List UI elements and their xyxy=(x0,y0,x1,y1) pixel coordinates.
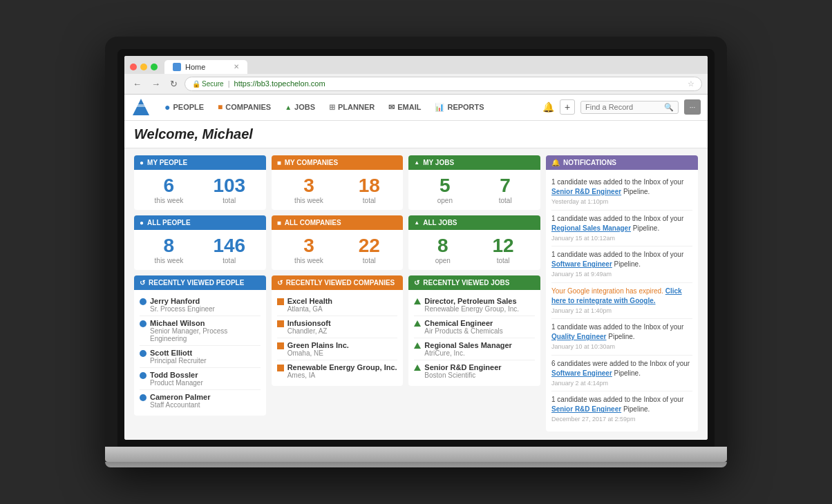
search-input[interactable] xyxy=(585,103,661,111)
main-content: Welcome, Michael ● MY PEOPLE xyxy=(124,121,708,440)
all-jobs-card: ▲ ALL JOBS 8 open 12 total xyxy=(408,215,540,270)
job-icon xyxy=(414,298,421,304)
close-control[interactable] xyxy=(130,64,137,70)
person-icon xyxy=(140,320,146,327)
list-item[interactable]: Regional Sales Manager AtriCure, Inc. xyxy=(414,338,535,360)
notification-item: 6 candidates were added to the Inbox of … xyxy=(551,356,692,392)
bookmark-icon[interactable]: ☆ xyxy=(688,79,694,88)
add-button[interactable]: + xyxy=(560,99,575,115)
person-icon xyxy=(140,298,146,305)
all-people-card: ● ALL PEOPLE 8 this week 146 to xyxy=(134,215,266,270)
list-item[interactable]: Excel Health Atlanta, GA xyxy=(277,294,398,316)
list-item[interactable]: Senior R&D Engineer Boston Scientific xyxy=(414,360,535,382)
list-item[interactable]: Jerry Hanford Sr. Process Engineer xyxy=(140,294,261,316)
nav-email[interactable]: ✉ EMAIL xyxy=(381,94,428,120)
list-item[interactable]: Green Plains Inc. Omaha, NE xyxy=(277,338,398,360)
nav-jobs[interactable]: ▲ JOBS xyxy=(278,94,322,120)
all-companies-total: 22 xyxy=(359,235,380,257)
bell-notifications-icon: 🔔 xyxy=(551,159,560,166)
my-jobs-card: ▲ MY JOBS 5 open 7 total xyxy=(408,155,540,210)
list-item[interactable]: Infusionsoft Chandler, AZ xyxy=(277,316,398,338)
my-jobs-open: 5 xyxy=(437,175,453,197)
person-icon xyxy=(140,372,146,379)
nav-people[interactable]: ● PEOPLE xyxy=(158,94,211,120)
welcome-heading: Welcome, Michael xyxy=(134,126,698,142)
all-jobs-total: 12 xyxy=(493,235,514,257)
refresh-button[interactable]: ↻ xyxy=(167,77,180,90)
company-icon xyxy=(277,365,284,371)
all-jobs-open: 8 xyxy=(435,235,451,257)
minimize-control[interactable] xyxy=(140,64,147,70)
recently-viewed-jobs-card: ↺ RECENTLY VIEWED JOBS Director, Petrole… xyxy=(408,275,540,386)
my-people-week: 6 xyxy=(155,175,184,197)
all-companies-week: 3 xyxy=(294,235,323,257)
list-item[interactable]: Scott Elliott Principal Recruiter xyxy=(140,346,261,368)
notification-item: 1 candidate was added to the Inbox of yo… xyxy=(551,391,692,427)
nav-right: 🔔 + 🔍 ··· xyxy=(542,99,701,115)
my-companies-total: 18 xyxy=(359,175,380,197)
person-icon xyxy=(140,394,146,401)
nav-companies[interactable]: ■ COMPANIES xyxy=(211,94,278,120)
list-item[interactable]: Cameron Palmer Staff Accountant xyxy=(140,390,261,411)
nav-planner[interactable]: ⊞ PLANNER xyxy=(322,94,381,120)
more-options-button[interactable]: ··· xyxy=(684,99,701,115)
maximize-control[interactable] xyxy=(151,64,158,70)
my-people-card: ● MY PEOPLE 6 this week 103 tot xyxy=(134,155,266,210)
job-icon xyxy=(414,365,421,371)
person-icon xyxy=(140,350,146,357)
company-icon xyxy=(277,320,284,327)
app-logo xyxy=(131,97,151,117)
search-box: 🔍 xyxy=(580,101,679,114)
notification-item: 1 candidate was added to the Inbox of yo… xyxy=(551,246,692,283)
notification-item: 1 candidate was added to the Inbox of yo… xyxy=(551,319,692,356)
all-companies-card: ■ ALL COMPANIES 3 this week 22 xyxy=(272,215,404,270)
tab-close-button[interactable]: ✕ xyxy=(234,63,239,70)
browser-tab[interactable]: Home ✕ xyxy=(164,60,247,74)
nav-reports[interactable]: 📊 REPORTS xyxy=(428,94,491,120)
list-item[interactable]: Todd Bossler Product Manager xyxy=(140,368,261,390)
secure-badge: 🔒 Secure xyxy=(192,80,224,88)
notification-item: 1 candidate was added to the Inbox of yo… xyxy=(551,174,692,211)
all-people-total: 146 xyxy=(213,235,245,257)
all-people-week: 8 xyxy=(155,235,184,257)
list-item[interactable]: Director, Petroleum Sales Renewable Ener… xyxy=(414,294,535,316)
my-people-total: 103 xyxy=(213,175,245,197)
job-icon xyxy=(414,320,421,327)
my-companies-week: 3 xyxy=(294,175,323,197)
forward-button[interactable]: → xyxy=(149,77,163,90)
tab-title: Home xyxy=(185,63,205,71)
job-icon xyxy=(414,342,421,349)
list-item[interactable]: Michael Wilson Senior Manager, Process E… xyxy=(140,316,261,346)
notifications-bell-icon[interactable]: 🔔 xyxy=(542,101,554,113)
list-item[interactable]: Renewable Energy Group, Inc. Ames, IA xyxy=(277,360,398,382)
notifications-panel: 🔔 NOTIFICATIONS 1 candidate was added to… xyxy=(546,155,698,432)
notification-item: 1 candidate was added to the Inbox of yo… xyxy=(551,211,692,247)
my-jobs-total: 7 xyxy=(499,175,512,197)
company-icon xyxy=(277,342,284,349)
my-companies-card: ■ MY COMPANIES 3 this week 18 t xyxy=(272,155,404,210)
list-item[interactable]: Chemical Engineer Air Products & Chemica… xyxy=(414,316,535,338)
nav-items: ● PEOPLE ■ COMPANIES ▲ JOBS ⊞ PLANNER xyxy=(158,94,542,120)
app-nav: ● PEOPLE ■ COMPANIES ▲ JOBS ⊞ PLANNER xyxy=(124,95,708,121)
url-display: https://bb3.topechelon.com xyxy=(234,79,325,88)
recently-viewed-companies-card: ↺ RECENTLY VIEWED COMPANIES Excel Health… xyxy=(272,275,404,386)
back-button[interactable]: ← xyxy=(130,77,144,90)
recently-viewed-people-card: ↺ RECENTLY VIEWED PEOPLE Jerry Hanford S… xyxy=(134,275,266,416)
svg-rect-1 xyxy=(137,104,145,107)
search-icon: 🔍 xyxy=(664,103,674,112)
notification-item: Your Google integration has expired. Cli… xyxy=(551,283,692,320)
company-icon xyxy=(277,298,284,305)
tab-favicon xyxy=(173,63,181,71)
